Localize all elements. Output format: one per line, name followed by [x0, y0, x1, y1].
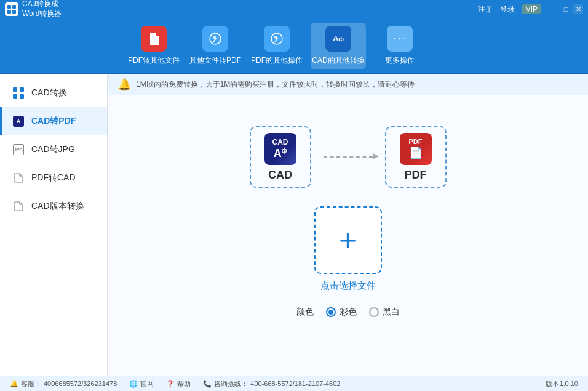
titlebar-actions: 注册 登录 VIP — □ ✕: [478, 4, 583, 15]
source-format-box: CAD Aф CAD: [250, 126, 311, 188]
color-option-bw[interactable]: 黑白: [369, 307, 400, 318]
toolbar-other-pdf-label: 其他文件转PDF: [189, 55, 241, 66]
sidebar-cad-version-label: CAD版本转换: [31, 201, 84, 212]
status-bar: 🔔 客服： 4006685572/326231478 🌐 官网 ❓ 帮助 📞 咨…: [0, 376, 588, 391]
target-format-box: PDF 📄 PDF: [385, 126, 447, 188]
pdf-cad-icon: [12, 171, 25, 185]
pdf-other-icon: PDF: [141, 26, 167, 52]
cad-convert-icon: [12, 86, 25, 100]
conversion-arrow: [324, 156, 373, 158]
sidebar-cad-jpg-label: CAD转JPG: [31, 144, 75, 155]
sidebar-item-cad-jpg[interactable]: JPG CAD转JPG: [0, 135, 107, 164]
toolbar-more-ops-label: 更多操作: [385, 55, 415, 66]
svg-rect-2: [7, 10, 11, 14]
svg-rect-0: [7, 5, 11, 9]
upload-plus-icon: +: [339, 225, 357, 256]
window-controls: — □ ✕: [549, 4, 583, 14]
color-option-color[interactable]: 彩色: [326, 307, 357, 318]
color-option-label: 彩色: [340, 307, 357, 318]
toolbar: PDF PDF转其他文件 其他文件转PDF PDF的其他操作 Aф CAD的其他…: [0, 18, 588, 74]
upload-box[interactable]: +: [314, 206, 382, 274]
help-icon: ❓: [166, 380, 175, 388]
toolbar-cad-other-label: CAD的其他转换: [312, 55, 364, 66]
titlebar: CAJ转换成 Word转换器 注册 登录 VIP — □ ✕: [0, 0, 588, 18]
customer-icon: 🔔: [10, 380, 18, 388]
toolbar-more-ops[interactable]: ··· 更多操作: [372, 23, 427, 69]
login-btn[interactable]: 登录: [500, 4, 515, 15]
upload-label[interactable]: 点击选择文件: [320, 280, 376, 292]
cad-other-icon: Aф: [325, 26, 351, 52]
help-label: 帮助: [177, 379, 191, 389]
other-pdf-icon: [202, 26, 228, 52]
cad-version-icon: [12, 200, 25, 213]
website-icon: 🌐: [129, 380, 138, 388]
hotline-phone: 400-668-5572/181-2107-4602: [250, 380, 340, 387]
bw-radio-circle[interactable]: [369, 307, 379, 317]
notice-icon: 🔔: [117, 78, 131, 91]
hotline-icon: 📞: [203, 380, 212, 388]
hotline-label: 咨询热线：: [214, 379, 248, 389]
conversion-diagram: CAD Aф CAD PDF 📄 PDF: [250, 126, 447, 188]
notice-text: 1M以内的免费转换，大于1M的需购买注册，文件较大时，转换时间较长，请耐心等待: [136, 79, 415, 90]
svg-rect-10: [20, 94, 24, 99]
app-title: CAJ转换成 Word转换器: [22, 0, 62, 19]
svg-rect-9: [13, 94, 17, 99]
sidebar: CAD转换 A CAD转PDF JPG CAD转JPG PDF转CAD CAD版…: [0, 74, 108, 376]
svg-rect-8: [20, 87, 24, 92]
arrow-container: [324, 156, 373, 158]
toolbar-other-pdf[interactable]: 其他文件转PDF: [188, 23, 243, 69]
svg-rect-7: [13, 87, 17, 92]
sidebar-item-cad-version[interactable]: CAD版本转换: [0, 192, 107, 220]
help-link[interactable]: ❓ 帮助: [166, 379, 191, 389]
color-label: 颜色: [296, 307, 314, 318]
website-link[interactable]: 🌐 官网: [129, 379, 154, 389]
minimize-btn[interactable]: —: [549, 4, 558, 14]
toolbar-pdf-ops[interactable]: PDF的其他操作: [249, 23, 304, 69]
svg-text:PDF: PDF: [151, 39, 159, 43]
cad-icon: CAD Aф: [264, 133, 296, 165]
website-label: 官网: [140, 379, 154, 389]
customer-phone: 4006685572/326231478: [44, 380, 117, 387]
customer-service: 🔔 客服： 4006685572/326231478: [10, 379, 117, 389]
toolbar-cad-other[interactable]: Aф CAD的其他转换: [311, 23, 366, 69]
app-logo-icon: [5, 2, 18, 16]
right-panel: 🔔 1M以内的免费转换，大于1M的需购买注册，文件较大时，转换时间较长，请耐心等…: [108, 74, 588, 376]
bw-option-label: 黑白: [383, 307, 400, 318]
toolbar-pdf-ops-label: PDF的其他操作: [251, 55, 303, 66]
app-logo-area: CAJ转换成 Word转换器: [5, 0, 62, 19]
notice-bar: 🔔 1M以内的免费转换，大于1M的需购买注册，文件较大时，转换时间较长，请耐心等…: [108, 74, 588, 95]
toolbar-pdf-other-label: PDF转其他文件: [128, 55, 180, 66]
pdf-icon: PDF 📄: [400, 133, 432, 165]
sidebar-pdf-cad-label: PDF转CAD: [31, 172, 76, 183]
cad-pdf-icon: A: [12, 115, 25, 128]
color-radio-circle[interactable]: [326, 307, 336, 317]
source-label: CAD: [268, 169, 292, 182]
sidebar-cad-pdf-label: CAD转PDF: [31, 116, 76, 127]
target-label: PDF: [405, 169, 427, 182]
sidebar-cad-convert-label: CAD转换: [31, 87, 67, 99]
more-ops-icon: ···: [387, 26, 413, 52]
customer-label: 客服：: [21, 379, 41, 389]
register-btn[interactable]: 注册: [478, 4, 493, 15]
pdf-ops-icon: [264, 26, 290, 52]
toolbar-pdf-other[interactable]: PDF PDF转其他文件: [126, 23, 181, 69]
content-area: CAD Aф CAD PDF 📄 PDF +: [108, 95, 588, 376]
sidebar-item-pdf-cad[interactable]: PDF转CAD: [0, 164, 107, 192]
maximize-btn[interactable]: □: [561, 4, 571, 14]
close-btn[interactable]: ✕: [573, 4, 583, 14]
sidebar-item-cad-convert[interactable]: CAD转换: [0, 79, 107, 107]
sidebar-item-cad-pdf[interactable]: A CAD转PDF: [0, 107, 107, 135]
color-options: 颜色 彩色 黑白: [296, 307, 400, 318]
svg-rect-3: [12, 10, 16, 14]
hotline: 📞 咨询热线： 400-668-5572/181-2107-4602: [203, 379, 340, 389]
vip-btn[interactable]: VIP: [522, 4, 541, 14]
svg-rect-1: [12, 5, 16, 9]
main-layout: CAD转换 A CAD转PDF JPG CAD转JPG PDF转CAD CAD版…: [0, 74, 588, 376]
version-label: 版本1.0.10: [546, 379, 578, 389]
cad-jpg-icon: JPG: [12, 143, 25, 156]
